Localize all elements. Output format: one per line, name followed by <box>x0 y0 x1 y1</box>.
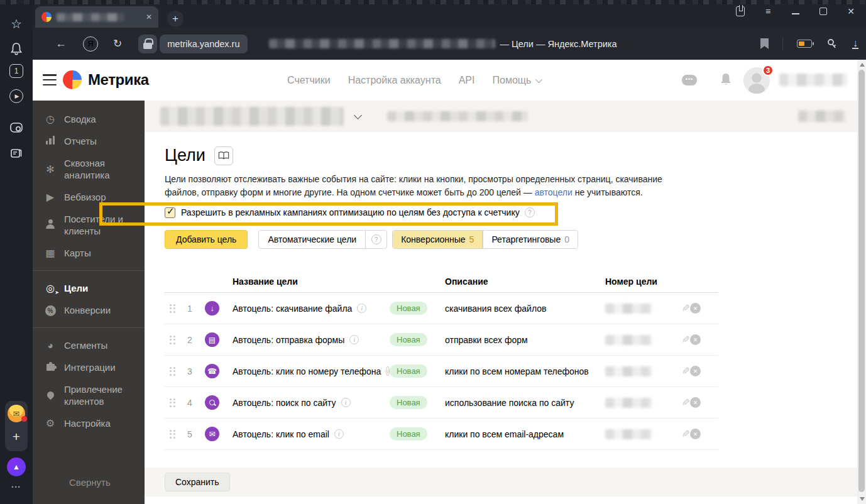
docs-book-button[interactable] <box>214 146 233 165</box>
browser-menu-icon[interactable]: ≡ <box>762 5 774 18</box>
add-goal-button[interactable]: Добавить цель <box>165 230 248 249</box>
edit-pencil-icon[interactable]: ✎ <box>671 428 690 440</box>
delete-icon[interactable]: ✕ <box>690 334 701 345</box>
key-extension-icon[interactable] <box>826 38 838 50</box>
metrika-favicon <box>41 12 52 22</box>
delete-icon[interactable]: ✕ <box>690 397 701 408</box>
add-app-button[interactable]: + <box>5 427 28 446</box>
nav-api[interactable]: API <box>459 75 475 86</box>
close-window-icon[interactable]: ✕ <box>845 5 857 18</box>
chevron-down-icon <box>535 75 542 82</box>
tab-counter-icon[interactable]: 1 <box>9 64 23 78</box>
support-chat-icon[interactable]: ••• <box>682 75 697 85</box>
sidebar-item-conversions[interactable]: % Конверсии <box>33 299 145 321</box>
tab-retargeting-goals[interactable]: Ретаргетинговые0 <box>483 231 578 248</box>
url-domain[interactable]: metrika.yandex.ru <box>160 35 247 53</box>
back-icon[interactable]: ← <box>55 37 67 50</box>
info-icon[interactable]: i <box>349 335 359 344</box>
optimization-checkbox[interactable] <box>165 207 175 218</box>
minimize-icon[interactable] <box>789 5 802 18</box>
status-badge: Новая <box>390 396 427 409</box>
sidebar-item-settings[interactable]: ⚙ Настройка <box>33 412 145 434</box>
sidebar-collapse-button[interactable]: Свернуть <box>33 477 145 488</box>
browser-tab[interactable]: ✕ <box>35 6 158 28</box>
sidebar-item-client-acquisition[interactable]: Привлечение клиентов <box>33 378 145 412</box>
sidebar-item-goals[interactable]: ◎➤ Цели <box>33 277 145 299</box>
table-row: 4 Автоцель: поиск по сайтуi Новая исполь… <box>165 387 718 419</box>
delete-icon[interactable]: ✕ <box>690 366 701 376</box>
url-path-blurred <box>269 39 495 48</box>
secure-lock-icon[interactable] <box>138 35 157 53</box>
info-icon[interactable]: i <box>341 398 351 407</box>
drag-handle-icon[interactable] <box>170 430 177 439</box>
notification-count-badge: 3 <box>762 65 774 76</box>
edit-pencil-icon[interactable]: ✎ <box>671 334 690 346</box>
scrollbar-thumb[interactable] <box>858 70 865 492</box>
nav-help[interactable]: Помощь <box>492 75 540 86</box>
yandex-services-icon[interactable]: Я <box>83 36 98 52</box>
metrika-logo[interactable]: Метрика <box>63 70 149 89</box>
edit-pencil-icon[interactable]: ✎ <box>671 302 690 314</box>
delete-icon[interactable]: ✕ <box>690 303 701 314</box>
sidebar: ◷ Сводка Отчеты ✻ Сквозная аналитика ▶ В… <box>33 101 145 504</box>
sidebar-item-cross-analytics[interactable]: ✻ Сквозная аналитика <box>33 152 145 186</box>
power-saving-icon[interactable] <box>797 40 812 48</box>
sidebar-item-segments[interactable]: ◕ Сегменты <box>33 334 145 356</box>
edit-pencil-icon[interactable]: ✎ <box>671 365 690 377</box>
info-icon[interactable]: i <box>357 304 366 313</box>
sidebar-item-summary[interactable]: ◷ Сводка <box>33 108 145 130</box>
metrika-logo-icon <box>63 70 82 89</box>
page-title: Цели <box>165 146 206 165</box>
maximize-icon[interactable] <box>817 5 830 18</box>
video-play-icon[interactable]: ▶ <box>9 89 23 103</box>
bookmark-flag-icon[interactable] <box>760 38 769 49</box>
more-options-icon[interactable]: ••• <box>0 484 33 490</box>
scroll-up-arrow[interactable] <box>860 63 865 67</box>
app-notifications-icon[interactable] <box>719 72 733 87</box>
save-button[interactable]: Сохранить <box>165 473 230 491</box>
drag-handle-icon[interactable] <box>170 336 177 344</box>
nav-counters[interactable]: Счетчики <box>287 75 331 86</box>
app-menu-burger-icon[interactable] <box>43 74 57 85</box>
favorites-star-icon[interactable]: ☆ <box>0 11 33 36</box>
sidebar-item-integrations[interactable]: Интеграции <box>33 356 145 378</box>
notifications-bell-icon[interactable] <box>0 36 33 62</box>
counter-name-blurred[interactable] <box>160 107 344 126</box>
drag-handle-icon[interactable] <box>170 398 177 407</box>
drag-handle-icon[interactable] <box>170 367 177 376</box>
flame-icon <box>44 390 57 401</box>
new-tab-button[interactable]: + <box>167 11 184 27</box>
sidebar-item-visitors[interactable]: Посетители и клиенты <box>33 208 145 242</box>
sidebar-divider <box>33 270 145 271</box>
scroll-down-arrow[interactable] <box>860 497 865 501</box>
tab-close-icon[interactable]: ✕ <box>146 13 152 21</box>
sidebar-item-maps[interactable]: ▦ Карты <box>33 242 145 264</box>
reload-icon[interactable]: ↻ <box>113 37 122 50</box>
page-scrollbar[interactable] <box>857 60 866 504</box>
notes-icon[interactable] <box>0 141 33 166</box>
sidebar-item-webvisor[interactable]: ▶ Вебвизор <box>33 186 145 208</box>
auto-goals-help[interactable]: ? <box>365 231 386 248</box>
info-icon[interactable]: i <box>334 429 344 439</box>
chevron-down-icon[interactable] <box>354 111 362 119</box>
edit-pencil-icon[interactable]: ✎ <box>671 397 690 408</box>
side-panels-icon[interactable] <box>734 5 747 18</box>
help-question-icon[interactable]: ? <box>525 207 535 217</box>
main-content: Цели Цели позволяют отслеживать важные с… <box>145 101 857 504</box>
address-bar-actions: ↓ <box>760 28 858 60</box>
auto-goals-button[interactable]: Автоматические цели <box>259 234 365 244</box>
tab-conversion-goals[interactable]: Конверсионные5 <box>393 231 483 248</box>
sidebar-item-reports[interactable]: Отчеты <box>33 130 145 152</box>
percent-circle-icon: % <box>44 304 57 316</box>
snowflake-icon: ✻ <box>44 163 57 175</box>
downloads-icon[interactable]: ↓ <box>852 38 858 49</box>
autogoals-link[interactable]: автоцели <box>535 187 573 197</box>
delete-icon[interactable]: ✕ <box>690 429 701 439</box>
drag-handle-icon[interactable] <box>170 304 177 313</box>
screenshot-camera-icon[interactable] <box>0 116 33 141</box>
puzzle-icon <box>44 362 57 373</box>
column-description: Описание <box>445 277 605 287</box>
nav-account-settings[interactable]: Настройка аккаунта <box>348 75 441 86</box>
goals-description: Цели позволяют отслеживать важные событи… <box>165 173 675 199</box>
alice-assistant-icon[interactable]: ▲ <box>7 457 26 476</box>
